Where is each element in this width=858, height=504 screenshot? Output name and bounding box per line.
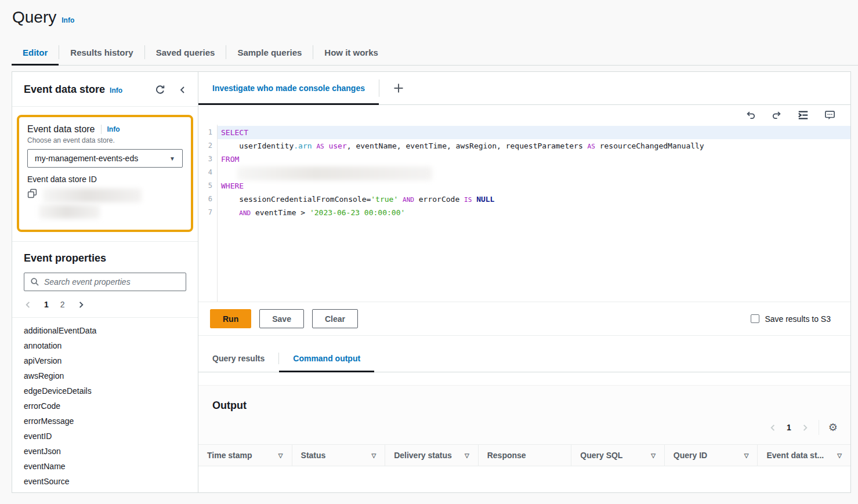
code-line-6[interactable]: sessionCredentialFromConsole='true' AND … xyxy=(218,193,850,206)
redo-button[interactable] xyxy=(772,110,782,120)
properties-pagination: 1 2 xyxy=(24,300,186,309)
divider xyxy=(101,125,102,134)
dropdown-value: my-management-events-eds xyxy=(35,154,138,163)
filter-icon[interactable]: ▽ xyxy=(371,452,376,459)
column-header-query-id[interactable]: Query ID ▽ xyxy=(664,445,758,466)
search-event-properties-box xyxy=(24,273,186,291)
event-data-store-id-label: Event data store ID xyxy=(27,175,183,184)
save-results-s3-label: Save results to S3 xyxy=(765,314,831,324)
event-property-item[interactable]: annotation xyxy=(12,338,198,353)
event-property-item[interactable]: awsRegion xyxy=(12,368,198,383)
event-data-store-dropdown[interactable]: my-management-events-eds ▼ xyxy=(27,149,183,168)
page-info-link[interactable]: Info xyxy=(61,16,74,24)
event-property-item[interactable]: eventName xyxy=(12,459,198,474)
code-line-5[interactable]: WHERE xyxy=(218,179,850,193)
tab-sample-queries[interactable]: Sample queries xyxy=(226,39,313,65)
search-event-properties-input[interactable] xyxy=(44,277,180,287)
event-data-store-id-row xyxy=(27,188,183,202)
event-property-item[interactable]: errorMessage xyxy=(12,414,198,429)
line-number: 1 xyxy=(198,126,212,139)
add-query-tab-button[interactable] xyxy=(379,72,418,104)
save-button[interactable]: Save xyxy=(259,309,304,328)
copy-id-button[interactable] xyxy=(27,188,37,198)
run-button[interactable]: Run xyxy=(210,309,251,328)
column-header-event-data-store[interactable]: Event data st... ▽ xyxy=(757,445,850,466)
page-title: Query Info xyxy=(12,8,74,27)
event-property-item[interactable]: apiVersion xyxy=(12,353,198,368)
column-header-query-sql[interactable]: Query SQL ▽ xyxy=(571,445,664,466)
redacted-id-value xyxy=(39,205,100,219)
column-header-time-stamp[interactable]: Time stamp ▽ xyxy=(198,445,292,466)
code-line-4[interactable] xyxy=(218,166,850,179)
clear-button[interactable]: Clear xyxy=(312,309,358,328)
event-property-item[interactable]: eventJson xyxy=(12,444,198,459)
sidebar-title-text: Event data store xyxy=(24,84,105,96)
redo-icon xyxy=(772,110,782,120)
filter-icon[interactable]: ▽ xyxy=(837,452,842,459)
next-page-button[interactable] xyxy=(77,300,85,309)
event-property-item[interactable]: additionalEventData xyxy=(12,323,198,338)
output-table-header: Time stamp ▽ Status ▽ Delivery status ▽ … xyxy=(198,444,850,466)
code-lines: SELECT userIdentity.arn AS user, eventNa… xyxy=(218,125,850,302)
selector-info-link[interactable]: Info xyxy=(107,125,120,133)
output-table-empty-body xyxy=(198,466,850,493)
page-title-text: Query xyxy=(12,8,56,27)
tab-command-output[interactable]: Command output xyxy=(279,345,374,372)
top-tab-bar: Editor Results history Saved queries Sam… xyxy=(12,39,858,66)
code-gutter: 1234567 xyxy=(198,125,218,302)
sidebar-info-link[interactable]: Info xyxy=(110,86,122,95)
sidebar-header: Event data store Info xyxy=(12,72,198,107)
line-number: 7 xyxy=(198,206,212,219)
line-number: 6 xyxy=(198,193,212,206)
tab-saved-queries[interactable]: Saved queries xyxy=(145,39,226,65)
plus-icon xyxy=(393,82,404,94)
chevron-left-icon xyxy=(178,85,187,95)
event-property-item[interactable]: edgeDeviceDetails xyxy=(12,383,198,398)
editor-toolbar xyxy=(198,105,850,125)
gear-icon[interactable]: ⚙ xyxy=(828,422,838,433)
code-line-7[interactable]: AND eventTime > '2023-06-23 00:00:00' xyxy=(218,206,850,219)
undo-button[interactable] xyxy=(745,110,756,120)
filter-icon[interactable]: ▽ xyxy=(744,452,749,459)
column-header-status[interactable]: Status ▽ xyxy=(292,445,385,466)
sidebar-actions xyxy=(155,85,187,95)
refresh-button[interactable] xyxy=(155,85,165,95)
comment-button[interactable] xyxy=(824,110,835,121)
search-icon xyxy=(30,277,39,287)
filter-icon[interactable]: ▽ xyxy=(465,452,469,459)
filter-icon[interactable]: ▽ xyxy=(651,452,656,459)
page-number-1[interactable]: 1 xyxy=(44,300,49,309)
column-header-response[interactable]: Response xyxy=(478,445,571,466)
tab-editor[interactable]: Editor xyxy=(12,39,59,65)
tab-how-it-works[interactable]: How it works xyxy=(313,39,389,65)
copy-icon xyxy=(27,188,37,198)
selector-description: Choose an event data store. xyxy=(27,136,183,144)
page-header: Query Info xyxy=(0,0,858,27)
event-property-item[interactable]: eventID xyxy=(12,429,198,444)
prev-page-button[interactable] xyxy=(24,300,32,309)
format-indent-icon xyxy=(798,110,809,121)
query-tab[interactable]: Investigate who made console changes xyxy=(198,72,379,104)
code-line-1[interactable]: SELECT xyxy=(218,126,850,139)
filter-icon[interactable]: ▽ xyxy=(278,452,283,459)
column-header-delivery-status[interactable]: Delivery status ▽ xyxy=(385,445,478,466)
output-next-page-button[interactable] xyxy=(801,423,809,432)
event-property-item[interactable]: errorCode xyxy=(12,398,198,414)
code-line-2[interactable]: userIdentity.arn AS user, eventName, eve… xyxy=(218,139,850,153)
format-code-button[interactable] xyxy=(798,110,809,121)
output-prev-page-button[interactable] xyxy=(769,423,777,432)
event-data-store-panel: Event data store Info xyxy=(12,71,198,493)
tab-query-results[interactable]: Query results xyxy=(198,345,278,372)
page-number-2[interactable]: 2 xyxy=(60,300,65,309)
code-line-3[interactable]: FROM xyxy=(218,153,850,166)
event-data-store-selector-box: Event data store Info Choose an event da… xyxy=(17,115,193,232)
chevron-down-icon: ▼ xyxy=(169,155,175,162)
tab-results-history[interactable]: Results history xyxy=(59,39,144,65)
content-area: Event data store Info xyxy=(0,66,858,493)
save-results-s3-checkbox[interactable] xyxy=(751,314,759,323)
sql-editor[interactable]: 1234567 SELECT userIdentity.arn AS user,… xyxy=(198,125,850,302)
event-property-item[interactable]: eventSource xyxy=(12,474,198,489)
redacted-code xyxy=(237,166,432,180)
output-page-number[interactable]: 1 xyxy=(787,423,791,432)
collapse-panel-button[interactable] xyxy=(178,85,187,95)
